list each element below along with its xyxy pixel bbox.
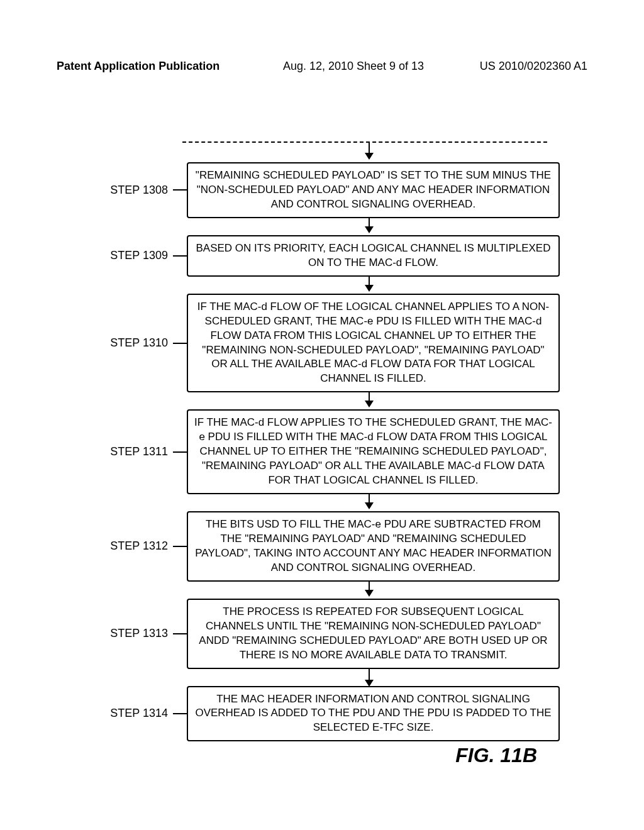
- flow-arrow: [187, 494, 552, 509]
- header-right: US 2010/0202360 A1: [462, 60, 587, 73]
- flowchart-step: STEP 1313 THE PROCESS IS REPEATED FOR SU…: [88, 599, 560, 669]
- step-label: STEP 1314: [88, 707, 173, 720]
- arrow-head-icon: [365, 502, 374, 509]
- step-box: IF THE MAC-d FLOW OF THE LOGICAL CHANNEL…: [187, 294, 560, 393]
- arrow-head-icon: [365, 401, 374, 407]
- flowchart-step: STEP 1309 BASED ON ITS PRIORITY, EACH LO…: [88, 235, 560, 277]
- header-center: Aug. 12, 2010 Sheet 9 of 13: [245, 60, 462, 73]
- connector-line: [173, 546, 187, 547]
- arrow-line: [369, 392, 370, 401]
- step-box: BASED ON ITS PRIORITY, EACH LOGICAL CHAN…: [187, 235, 560, 277]
- arrow-line: [369, 582, 370, 590]
- flow-arrow: [187, 143, 552, 160]
- arrow-head-icon: [365, 590, 374, 597]
- arrow-head-icon: [365, 153, 374, 160]
- arrow-line: [369, 277, 370, 285]
- step-box: "REMAINING SCHEDULED PAYLOAD" IS SET TO …: [187, 162, 560, 218]
- connector-line: [173, 451, 187, 453]
- flowchart-step: STEP 1312 THE BITS USD TO FILL THE MAC-e…: [88, 511, 560, 582]
- connector-line: [173, 189, 187, 191]
- arrow-line: [369, 669, 370, 680]
- flowchart-step: STEP 1314 THE MAC HEADER INFORMATION AND…: [88, 686, 560, 742]
- page-header: Patent Application Publication Aug. 12, …: [0, 60, 644, 73]
- step-label: STEP 1311: [88, 445, 173, 458]
- step-box: IF THE MAC-d FLOW APPLIES TO THE SCHEDUL…: [187, 409, 560, 494]
- flow-arrow: [187, 392, 552, 407]
- step-box: THE BITS USD TO FILL THE MAC-e PDU ARE S…: [187, 511, 560, 582]
- step-label: STEP 1312: [88, 540, 173, 553]
- arrow-head-icon: [365, 285, 374, 292]
- step-label: STEP 1310: [88, 336, 173, 350]
- step-label: STEP 1313: [88, 627, 173, 640]
- flow-arrow: [187, 582, 552, 597]
- header-left: Patent Application Publication: [57, 60, 245, 73]
- flowchart-container: STEP 1308 "REMAINING SCHEDULED PAYLOAD" …: [88, 141, 560, 741]
- step-label: STEP 1309: [88, 249, 173, 262]
- arrow-line: [369, 494, 370, 503]
- connector-line: [173, 713, 187, 714]
- arrow-line: [369, 143, 370, 153]
- arrow-head-icon: [365, 226, 374, 233]
- flow-arrow: [187, 218, 552, 233]
- flowchart-step: STEP 1308 "REMAINING SCHEDULED PAYLOAD" …: [88, 162, 560, 218]
- arrow-line: [369, 218, 370, 227]
- flow-arrow: [187, 277, 552, 292]
- connector-line: [173, 633, 187, 634]
- flowchart-step: STEP 1310 IF THE MAC-d FLOW OF THE LOGIC…: [88, 294, 560, 393]
- step-label: STEP 1308: [88, 184, 173, 197]
- step-box: THE MAC HEADER INFORMATION AND CONTROL S…: [187, 686, 560, 742]
- connector-line: [173, 343, 187, 344]
- figure-label: FIG. 11B: [455, 744, 537, 767]
- step-box: THE PROCESS IS REPEATED FOR SUBSEQUENT L…: [187, 599, 560, 669]
- arrow-head-icon: [365, 680, 374, 687]
- flow-arrow: [187, 669, 552, 684]
- flowchart-step: STEP 1311 IF THE MAC-d FLOW APPLIES TO T…: [88, 409, 560, 494]
- connector-line: [173, 255, 187, 257]
